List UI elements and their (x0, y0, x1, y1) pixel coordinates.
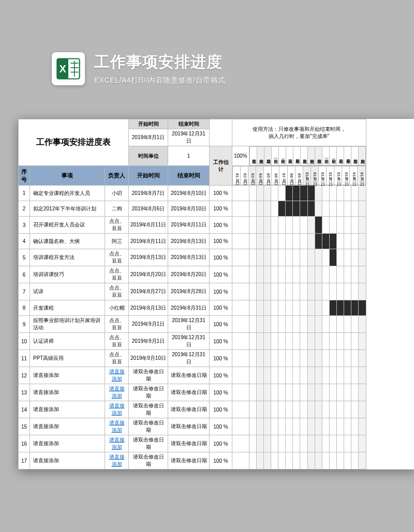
gantt-cell (344, 452, 351, 469)
cell-task: 拟定2012年下半年培训计划 (30, 201, 105, 217)
table-row: 10认证讲师点点、豆豆2019年9月1日2019年12月31日100 % (19, 333, 366, 350)
gantt-cell (271, 234, 278, 249)
gantt-cell (271, 316, 278, 333)
col-task: 事项 (30, 166, 105, 186)
gantt-cell (307, 452, 315, 469)
cell-seq: 3 (19, 217, 30, 234)
gantt-cell (256, 384, 263, 401)
gantt-cell (344, 266, 351, 283)
unit-value: 1 (168, 146, 210, 166)
cell-task: 请直接添加 (30, 418, 105, 435)
gantt-cell (322, 418, 329, 435)
gantt-cell (344, 333, 351, 350)
gantt-dow: 星期六 (307, 147, 315, 165)
gantt-cell (307, 401, 315, 418)
gantt-cell (232, 283, 249, 300)
cell-task: 请直接添加 (30, 435, 105, 452)
gantt-cell (271, 249, 278, 266)
cell-owner: 点点、豆豆 (105, 266, 129, 283)
table-row: 12请直接添加请直接添加请双击修改日期请双击修改日期100 % (19, 367, 366, 384)
gantt-cell (307, 234, 315, 249)
gantt-cell (263, 384, 271, 401)
gantt-cell (344, 217, 351, 234)
gantt-cell (278, 217, 286, 234)
gantt-cell (300, 186, 307, 201)
gantt-cell (249, 418, 256, 435)
cell-task: 召开课程开发人员会议 (30, 217, 105, 234)
gantt-cell (337, 316, 344, 333)
cell-start: 2019年9月1日 (129, 316, 168, 333)
cell-task: 试讲 (30, 283, 105, 300)
gantt-dow: 星期日 (264, 147, 271, 165)
gantt-cell (351, 350, 359, 367)
gantt-cell (329, 350, 336, 367)
page-subtitle: EXCEL/A4打印/内容随意修改/自带格式 (94, 76, 226, 85)
cell-task: 请直接添加 (30, 367, 105, 384)
gantt-cell (286, 384, 293, 401)
gantt-cell (359, 401, 366, 418)
cell-pct: 100 % (210, 249, 232, 266)
gantt-cell (271, 401, 278, 418)
gantt-dow: 星期四 (293, 147, 300, 165)
gantt-dow: 星期二 (329, 147, 336, 165)
gantt-cell (322, 452, 329, 469)
gantt-dow: 星期四 (344, 147, 351, 165)
gantt-cell (249, 452, 256, 469)
table-row: 2拟定2012年下半年培训计划二狗2019年8月6日2019年8月10日100 … (19, 201, 366, 217)
cell-start: 请双击修改日期 (129, 384, 168, 401)
gantt-cell (329, 217, 336, 234)
gantt-cell (315, 435, 322, 452)
gantt-cell (263, 452, 271, 469)
gantt-cell (271, 217, 278, 234)
gantt-cell (322, 316, 329, 333)
gantt-cell (271, 384, 278, 401)
cell-task: 请直接添加 (30, 384, 105, 401)
gantt-cell (337, 418, 344, 435)
cell-start: 2019年8月13日 (129, 300, 168, 316)
cell-owner: 请直接添加 (105, 401, 129, 418)
cell-start: 2019年8月6日 (129, 201, 168, 217)
cell-task: 确认课题名称、大纲 (30, 234, 105, 249)
gantt-cell (293, 266, 300, 283)
gantt-cell (315, 249, 322, 266)
gantt-cell (232, 186, 249, 201)
gantt-cell (322, 234, 329, 249)
gantt-cell (249, 266, 256, 283)
gantt-cell (300, 418, 307, 435)
gantt-cell (232, 333, 249, 350)
gantt-cell (286, 283, 293, 300)
gantt-cell (337, 283, 344, 300)
gantt-cell (315, 350, 322, 367)
cell-pct: 100 % (210, 350, 232, 367)
gantt-cell (256, 283, 263, 300)
gantt-cell (315, 300, 322, 316)
gantt-cell (329, 401, 336, 418)
cell-task: 请直接添加 (30, 401, 105, 418)
col-owner: 负责人 (105, 166, 129, 186)
gantt-cell (315, 384, 322, 401)
cell-end: 2019年8月13日 (168, 249, 210, 266)
gantt-cell (249, 300, 256, 316)
cell-pct: 100 % (210, 452, 232, 469)
gantt-cell (286, 435, 293, 452)
gantt-cell (351, 300, 359, 316)
gantt-cell (322, 367, 329, 384)
cell-pct: 100 % (210, 384, 232, 401)
gantt-cell (232, 234, 249, 249)
cell-end: 请双击修改日期 (168, 367, 210, 384)
gantt-cell (337, 333, 344, 350)
gantt-cell (293, 384, 300, 401)
cell-owner: 点点、豆豆 (105, 283, 129, 300)
gantt-cell (300, 217, 307, 234)
gantt-cell (256, 201, 263, 217)
gantt-cell (329, 418, 336, 435)
cell-pct: 100 % (210, 186, 232, 201)
pct-100: 100% (232, 146, 249, 166)
gantt-cell (344, 300, 351, 316)
gantt-cell (286, 234, 293, 249)
gantt-cell (263, 333, 271, 350)
cell-start: 2019年8月20日 (129, 266, 168, 283)
cell-seq: 13 (19, 384, 30, 401)
gantt-cell (286, 266, 293, 283)
gantt-dow: 星期五 (249, 147, 257, 165)
